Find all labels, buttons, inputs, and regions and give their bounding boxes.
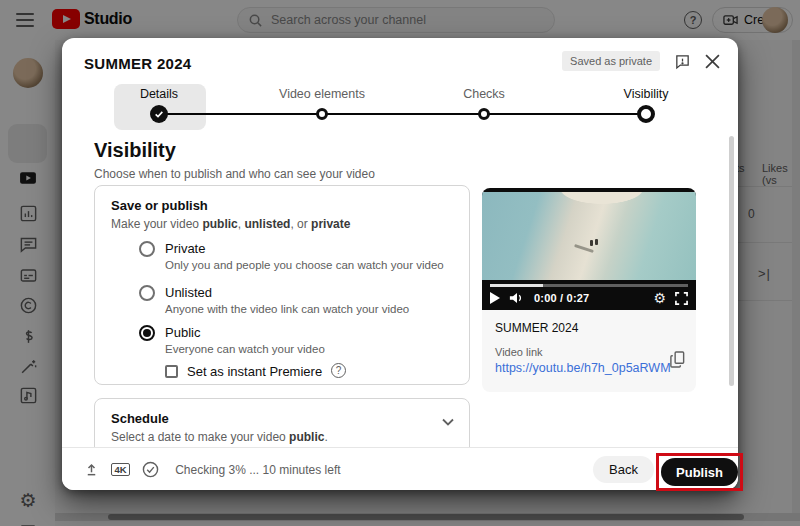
screen: Studio Search across your channel ? Crea… xyxy=(0,0,800,526)
upload-status-icon xyxy=(84,462,99,477)
back-button[interactable]: Back xyxy=(593,456,654,483)
radio-unlisted-desc: Anyone with the video link can watch you… xyxy=(165,303,409,315)
chevron-down-icon[interactable] xyxy=(441,417,455,427)
dialog-footer: 4K Checking 3% ... 10 minutes left Back … xyxy=(62,447,738,490)
radio-private[interactable] xyxy=(139,241,155,257)
page-title: Visibility xyxy=(94,139,176,162)
player-buffered xyxy=(490,284,543,287)
premiere-label[interactable]: Set as instant Premiere xyxy=(187,364,322,379)
dialog-scrollbar[interactable] xyxy=(729,136,734,386)
upload-dialog: SUMMER 2024 Saved as private Details Vid… xyxy=(62,38,738,490)
checks-status-icon xyxy=(142,461,159,478)
video-link[interactable]: https://youtu.be/h7h_0p5aRWM xyxy=(495,361,671,375)
premiere-checkbox[interactable] xyxy=(165,365,178,378)
player-settings-icon[interactable]: ⚙ xyxy=(653,291,666,305)
copy-link-icon[interactable] xyxy=(669,350,686,369)
video-filename: SUMMER 2024 xyxy=(495,321,578,335)
close-icon[interactable] xyxy=(705,54,720,69)
radio-public-label[interactable]: Public xyxy=(165,325,200,340)
video-info-panel: SUMMER 2024 Video link https://youtu.be/… xyxy=(482,310,696,392)
person-figure xyxy=(595,239,598,245)
step-visibility-dot[interactable] xyxy=(637,105,655,123)
radio-unlisted[interactable] xyxy=(139,285,155,301)
radio-private-label[interactable]: Private xyxy=(165,241,205,256)
radio-public-desc: Everyone can watch your video xyxy=(165,343,325,355)
step-details[interactable]: Details xyxy=(89,87,229,101)
step-checks-dot[interactable] xyxy=(478,108,490,120)
save-or-publish-title: Save or publish xyxy=(111,198,208,213)
play-icon[interactable] xyxy=(490,292,500,304)
step-details-check-icon[interactable] xyxy=(150,105,168,123)
save-or-publish-card: Save or publish Make your video public, … xyxy=(94,185,470,385)
premiere-help-icon[interactable]: ? xyxy=(331,363,346,378)
radio-public[interactable] xyxy=(139,325,155,341)
fullscreen-icon[interactable] xyxy=(675,292,688,305)
radio-unlisted-label[interactable]: Unlisted xyxy=(165,285,212,300)
video-player[interactable]: 0:00 / 0:27 ⚙ xyxy=(482,188,696,310)
processing-status-text: Checking 3% ... 10 minutes left xyxy=(175,463,340,477)
video-title: SUMMER 2024 xyxy=(84,55,192,72)
video-link-label: Video link xyxy=(495,346,543,358)
feedback-icon[interactable] xyxy=(674,53,691,70)
quality-4k-badge: 4K xyxy=(111,463,130,477)
page-subtitle: Choose when to publish and who can see y… xyxy=(94,167,375,181)
saved-status-badge: Saved as private xyxy=(562,51,660,71)
step-video-elements[interactable]: Video elements xyxy=(252,87,392,101)
volume-icon[interactable] xyxy=(509,291,525,305)
step-video-elements-dot[interactable] xyxy=(316,108,328,120)
step-visibility[interactable]: Visibility xyxy=(576,87,716,101)
schedule-title: Schedule xyxy=(111,411,169,426)
stepper-line xyxy=(159,113,646,115)
person-figure xyxy=(590,240,593,246)
player-progress-bar[interactable] xyxy=(490,284,688,287)
save-or-publish-subtitle: Make your video public, unlisted, or pri… xyxy=(111,217,350,231)
publish-annotation-box: Publish xyxy=(656,453,743,491)
step-checks[interactable]: Checks xyxy=(414,87,554,101)
radio-private-desc: Only you and people you choose can watch… xyxy=(165,259,444,271)
publish-button[interactable]: Publish xyxy=(661,458,738,486)
player-time: 0:00 / 0:27 xyxy=(534,292,589,304)
video-thumbnail xyxy=(482,192,696,280)
schedule-desc: Select a date to make your video public. xyxy=(111,430,328,444)
